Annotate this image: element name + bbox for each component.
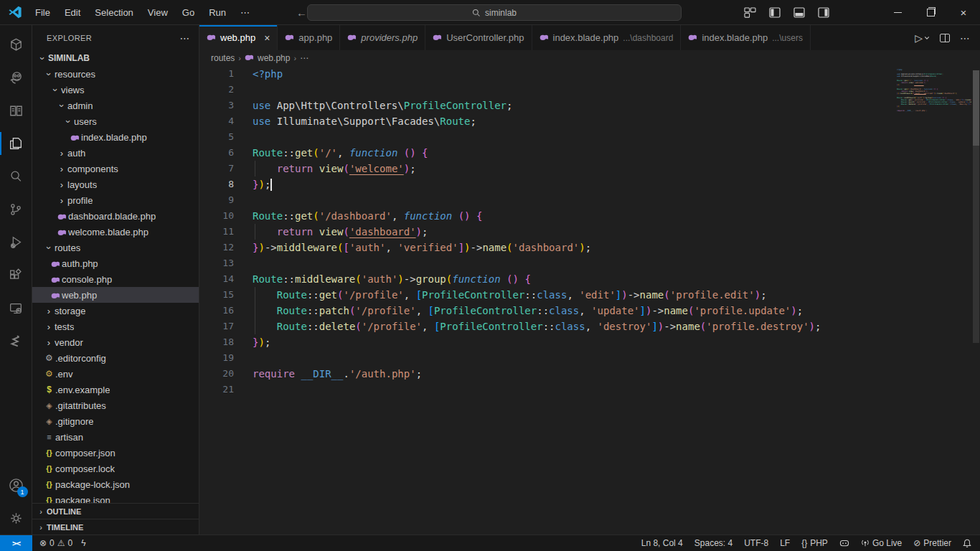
folder-storage[interactable]: ›storage: [32, 303, 199, 319]
timeline-section[interactable]: ›TIMELINE: [32, 519, 199, 534]
eol-sequence[interactable]: LF: [780, 538, 790, 548]
file-web.php[interactable]: web.php: [32, 287, 199, 303]
code-line-13[interactable]: 13: [199, 255, 963, 271]
folder-profile[interactable]: ›profile: [32, 192, 199, 208]
code-line-10[interactable]: 10Route::get('/dashboard', function () {: [199, 208, 963, 224]
code-line-3[interactable]: 3use App\Http\Controllers\ProfileControl…: [199, 98, 963, 113]
tab-index.blade.php-dashboard[interactable]: index.blade.php...\dashboard: [532, 25, 682, 50]
file-.env[interactable]: ⚙.env: [32, 366, 199, 382]
toggle-sidebar-icon[interactable]: [769, 7, 781, 18]
tab-usercontroller.php[interactable]: UserController.php: [425, 25, 532, 50]
folder-components[interactable]: ›components: [32, 161, 199, 176]
code-line-7[interactable]: 7 return view('welcome');: [199, 161, 963, 176]
code-editor[interactable]: 1<?php23use App\Http\Controllers\Profile…: [199, 66, 980, 534]
go-live-button[interactable]: Go Live: [861, 538, 902, 548]
close-button[interactable]: ×: [947, 0, 980, 25]
code-line-19[interactable]: 19: [199, 350, 963, 366]
code-line-9[interactable]: 9: [199, 192, 963, 208]
menu-⋯[interactable]: ⋯: [234, 4, 256, 21]
folder-routes[interactable]: ›routes: [32, 240, 199, 255]
menu-edit[interactable]: Edit: [58, 4, 87, 21]
minimize-button[interactable]: [881, 0, 914, 25]
file-console.php[interactable]: console.php: [32, 271, 199, 287]
code-line-6[interactable]: 6Route::get('/', function () {: [199, 145, 963, 161]
search-input[interactable]: siminlab: [307, 4, 682, 21]
remote-explorer-icon[interactable]: [0, 292, 32, 325]
menu-run[interactable]: Run: [202, 4, 232, 21]
s-logo-icon[interactable]: [0, 325, 32, 358]
tab-web.php[interactable]: web.php×: [199, 25, 278, 50]
menu-file[interactable]: File: [29, 4, 57, 21]
notifications-bell-icon[interactable]: [963, 539, 971, 548]
folder-layouts[interactable]: ›layouts: [32, 176, 199, 192]
customize-layout-icon[interactable]: [744, 7, 756, 18]
file-.env.example[interactable]: $.env.example: [32, 382, 199, 397]
code-line-8[interactable]: 8});: [199, 176, 963, 192]
folder-tests[interactable]: ›tests: [32, 319, 199, 334]
file-.gitattributes[interactable]: ◈.gitattributes: [32, 397, 199, 413]
remote-indicator[interactable]: ><: [0, 535, 32, 551]
indentation[interactable]: Spaces: 4: [694, 538, 732, 548]
encoding[interactable]: UTF-8: [744, 538, 768, 548]
tab-index.blade.php-users[interactable]: index.blade.php...\users: [681, 25, 811, 50]
breadcrumb-file[interactable]: web.php: [258, 53, 290, 63]
breadcrumb-more[interactable]: ⋯: [300, 53, 308, 63]
folder-siminlab[interactable]: ›SIMINLAB: [32, 50, 199, 66]
editor-more-actions-icon[interactable]: ⋯: [960, 32, 970, 44]
code-line-15[interactable]: 15 Route::get('/profile', [ProfileContro…: [199, 287, 963, 303]
code-line-21[interactable]: 21: [199, 382, 963, 397]
account-icon[interactable]: 1: [0, 468, 32, 501]
folder-resources[interactable]: ›resources: [32, 66, 199, 82]
monkey-icon[interactable]: [0, 61, 32, 94]
file-.editorconfig[interactable]: ⚙.editorconfig: [32, 350, 199, 366]
menu-selection[interactable]: Selection: [88, 4, 139, 21]
extensions-icon[interactable]: [0, 259, 32, 292]
folder-vendor[interactable]: ›vendor: [32, 334, 199, 350]
folder-auth[interactable]: ›auth: [32, 145, 199, 161]
minimap[interactable]: <?phpuse App\Http\Controllers\ProfileCon…: [897, 69, 971, 114]
file-package-lock.json[interactable]: {}package-lock.json: [32, 476, 199, 492]
editor-scrollbar[interactable]: [971, 66, 980, 534]
restore-button[interactable]: [914, 0, 947, 25]
close-tab-icon[interactable]: ×: [264, 32, 270, 44]
breadcrumb-folder[interactable]: routes: [211, 53, 235, 63]
folder-views[interactable]: ›views: [32, 82, 199, 98]
prettier-status[interactable]: ⊘Prettier: [913, 538, 951, 548]
book-icon[interactable]: [0, 94, 32, 127]
file-artisan[interactable]: ≡artisan: [32, 429, 199, 445]
code-line-20[interactable]: 20require __DIR__.'/auth.php';: [199, 366, 963, 382]
copilot-status-icon[interactable]: [839, 539, 849, 547]
tab-providers.php[interactable]: providers.php: [340, 25, 425, 50]
explorer-icon[interactable]: [0, 127, 32, 160]
run-button[interactable]: ▷: [915, 32, 930, 44]
feedback-bolt-icon[interactable]: ϟ: [81, 538, 85, 548]
package-icon[interactable]: [0, 28, 32, 61]
code-line-14[interactable]: 14Route::middleware('auth')->group(funct…: [199, 271, 963, 287]
code-line-18[interactable]: 18});: [199, 334, 963, 350]
code-line-16[interactable]: 16 Route::patch('/profile', [ProfileCont…: [199, 303, 963, 319]
outline-section[interactable]: ›OUTLINE: [32, 503, 199, 519]
run-debug-icon[interactable]: [0, 226, 32, 259]
search-icon[interactable]: [0, 160, 32, 193]
file-index.blade.php[interactable]: index.blade.php: [32, 129, 199, 145]
code-lines[interactable]: 1<?php23use App\Http\Controllers\Profile…: [199, 66, 963, 534]
nav-back-icon[interactable]: ←: [296, 6, 307, 19]
file-.gitignore[interactable]: ◈.gitignore: [32, 413, 199, 429]
code-line-12[interactable]: 12})->middleware(['auth', 'verified'])->…: [199, 240, 963, 255]
split-editor-icon[interactable]: [940, 34, 950, 42]
toggle-panel-icon[interactable]: [793, 7, 805, 18]
file-package.json[interactable]: {}package.json: [32, 492, 199, 503]
folder-users[interactable]: ›users: [32, 113, 199, 129]
file-auth.php[interactable]: auth.php: [32, 255, 199, 271]
file-welcome.blade.php[interactable]: welcome.blade.php: [32, 224, 199, 240]
code-line-1[interactable]: 1<?php: [199, 66, 963, 82]
scrollbar-thumb[interactable]: [973, 70, 979, 146]
code-line-4[interactable]: 4use Illuminate\Support\Facades\Route;: [199, 113, 963, 129]
file-dashboard.blade.php[interactable]: dashboard.blade.php: [32, 208, 199, 224]
code-line-11[interactable]: 11 return view('dashboard');: [199, 224, 963, 240]
file-composer.lock[interactable]: {}composer.lock: [32, 461, 199, 476]
menu-go[interactable]: Go: [176, 4, 201, 21]
file-composer.json[interactable]: {}composer.json: [32, 445, 199, 461]
breadcrumb[interactable]: routes › web.php › ⋯: [199, 50, 980, 66]
folder-admin[interactable]: ›admin: [32, 98, 199, 113]
